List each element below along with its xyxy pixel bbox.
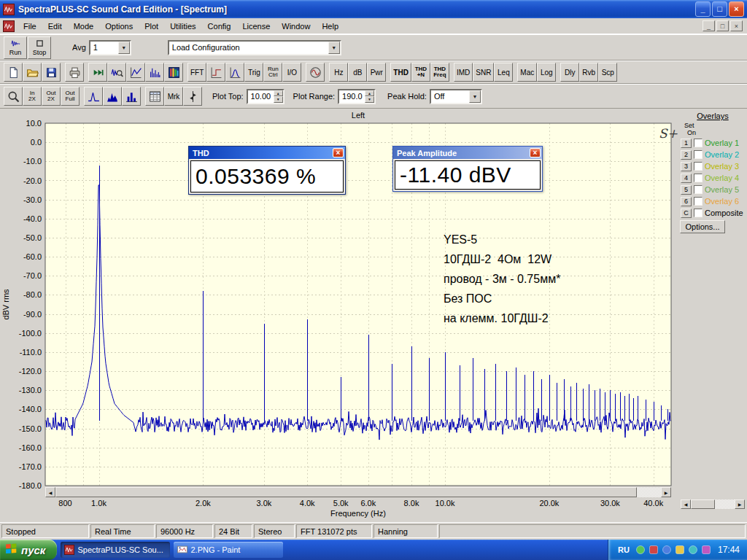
load-configuration-select[interactable]: Load Configuration ▼ xyxy=(168,40,341,55)
spectrogram-view-button[interactable] xyxy=(164,63,183,82)
plot-horizontal-scrollbar[interactable]: ◀ ▶ xyxy=(45,487,671,497)
menu-item-window[interactable]: Window xyxy=(276,20,316,33)
scaling-button[interactable] xyxy=(206,63,225,82)
spin-down-icon[interactable]: ▼ xyxy=(365,96,374,103)
snr-button[interactable]: SNR xyxy=(473,63,494,82)
overlay-checkbox-5[interactable] xyxy=(694,185,703,194)
taskbar-item[interactable]: SpectraPLUS-SC Sou... xyxy=(61,542,170,558)
fft-settings-button[interactable]: FFT xyxy=(187,63,206,82)
mdi-minimize-button[interactable]: _ xyxy=(703,20,715,31)
menu-item-mode[interactable]: Mode xyxy=(68,20,100,33)
overlay-checkbox-3[interactable] xyxy=(694,162,703,171)
scrollbar-thumb[interactable] xyxy=(55,487,637,497)
chevron-down-icon[interactable]: ▼ xyxy=(469,90,481,103)
menu-item-utilities[interactable]: Utilities xyxy=(164,20,201,33)
menu-item-plot[interactable]: Plot xyxy=(139,20,164,33)
peak-amplitude-window[interactable]: Peak Amplitude × -11.40 dBV xyxy=(392,146,543,192)
peak-hold-select[interactable]: Off ▼ xyxy=(430,89,482,104)
io-button[interactable]: I/O xyxy=(282,63,301,82)
tray-icon-4[interactable] xyxy=(675,545,685,555)
bar-plot-button[interactable] xyxy=(122,87,141,106)
spectrum-view-button[interactable] xyxy=(145,63,164,82)
print-button[interactable] xyxy=(65,63,84,82)
run-control-button[interactable]: RunCtrl xyxy=(263,63,282,82)
chevron-down-icon[interactable]: ▼ xyxy=(118,42,130,54)
overlay-set-button-6[interactable]: 6 xyxy=(681,197,692,206)
power-units-button[interactable]: Pwr xyxy=(367,63,386,82)
playback-button[interactable] xyxy=(88,63,107,82)
menu-item-license[interactable]: License xyxy=(236,20,276,33)
mdi-restore-button[interactable]: □ xyxy=(716,20,729,31)
leq-button[interactable]: Leq xyxy=(494,63,513,82)
scroll-left-icon[interactable]: ◀ xyxy=(45,487,55,497)
menu-item-config[interactable]: Config xyxy=(202,20,237,33)
scroll-right-icon[interactable]: ▶ xyxy=(735,499,745,509)
zoom-in-2x-button[interactable]: In2X xyxy=(23,87,42,106)
overlay-set-button-5[interactable]: 5 xyxy=(681,185,692,195)
menu-item-help[interactable]: Help xyxy=(316,20,344,33)
zoom-button[interactable] xyxy=(4,87,23,106)
markers-button[interactable]: Mrk xyxy=(164,87,183,106)
thd-freq-button[interactable]: THDFreq xyxy=(430,63,449,82)
overlay-checkbox-1[interactable] xyxy=(694,139,703,147)
overlays-title[interactable]: Overlays xyxy=(678,112,747,120)
scrollbar-track[interactable] xyxy=(55,487,661,497)
overlay-set-button-2[interactable]: 2 xyxy=(681,150,692,160)
phase-view-button[interactable] xyxy=(126,63,145,82)
hz-units-button[interactable]: Hz xyxy=(329,63,348,82)
overlay-checkbox-2[interactable] xyxy=(694,150,703,159)
close-icon[interactable]: × xyxy=(530,148,541,158)
logging-button[interactable]: Log xyxy=(537,63,556,82)
tray-icon-2[interactable] xyxy=(649,545,659,555)
zoom-out-2x-button[interactable]: Out2X xyxy=(42,87,61,106)
delay-button[interactable]: Dly xyxy=(560,63,579,82)
overlay-set-button-4[interactable]: 4 xyxy=(681,174,692,183)
macro-button[interactable]: Mac xyxy=(517,63,537,82)
smoothing-button[interactable] xyxy=(225,63,244,82)
menu-item-file[interactable]: File xyxy=(18,20,42,33)
plot-range-spinner[interactable]: 190.0 ▲ ▼ xyxy=(338,89,376,104)
thd-n-button[interactable]: THD+N xyxy=(411,63,430,82)
chevron-down-icon[interactable]: ▼ xyxy=(328,42,340,54)
run-button[interactable]: Run xyxy=(4,36,27,59)
tray-icon-5[interactable] xyxy=(688,545,698,555)
peak-amplitude-titlebar[interactable]: Peak Amplitude × xyxy=(393,147,542,159)
marker-line-button[interactable] xyxy=(183,87,202,106)
scroll-right-icon[interactable]: ▶ xyxy=(661,487,671,497)
close-icon[interactable]: × xyxy=(333,148,344,158)
scrollbar-thumb[interactable] xyxy=(691,499,715,509)
trigger-button[interactable]: Trig xyxy=(244,63,263,82)
reverb-button[interactable]: Rvb xyxy=(579,63,598,82)
save-button[interactable] xyxy=(42,63,61,82)
minimize-button[interactable]: _ xyxy=(695,1,711,17)
close-button[interactable]: × xyxy=(729,1,744,17)
time-series-view-button[interactable] xyxy=(107,63,126,82)
signal-generator-button[interactable] xyxy=(306,63,325,82)
tray-icon-3[interactable] xyxy=(662,545,672,555)
thd-window-titlebar[interactable]: THD × xyxy=(189,147,345,159)
overlay-checkbox-4[interactable] xyxy=(694,174,703,182)
open-file-button[interactable] xyxy=(23,63,42,82)
menu-item-edit[interactable]: Edit xyxy=(42,20,68,33)
spin-up-icon[interactable]: ▲ xyxy=(274,90,283,97)
scrollbar-track[interactable] xyxy=(691,499,735,509)
plot-range-value[interactable]: 190.0 xyxy=(342,92,363,101)
scope-button[interactable]: Scp xyxy=(598,63,617,82)
avg-select[interactable]: 1 ▼ xyxy=(89,40,131,55)
taskbar-item[interactable]: 2.PNG - Paint xyxy=(174,542,283,558)
thd-button[interactable]: THD xyxy=(390,63,411,82)
overlay-checkbox-c[interactable] xyxy=(694,209,703,217)
db-units-button[interactable]: dB xyxy=(348,63,367,82)
zoom-out-full-button[interactable]: OutFull xyxy=(61,87,80,106)
overlay-set-button-3[interactable]: 3 xyxy=(681,162,692,171)
overlay-set-button-1[interactable]: 1 xyxy=(681,139,692,148)
imd-button[interactable]: IMD xyxy=(454,63,473,82)
language-indicator[interactable]: RU xyxy=(616,545,632,555)
data-table-button[interactable] xyxy=(145,87,164,106)
title-bar[interactable]: SpectraPLUS-SC Sound Card Edition - [Spe… xyxy=(0,0,747,18)
scroll-left-icon[interactable]: ◀ xyxy=(681,499,691,509)
start-button[interactable]: пуск xyxy=(0,540,57,560)
plot-top-value[interactable]: 10.00 xyxy=(251,92,271,101)
overlays-options-button[interactable]: Options... xyxy=(680,220,725,233)
new-file-button[interactable] xyxy=(4,63,23,82)
